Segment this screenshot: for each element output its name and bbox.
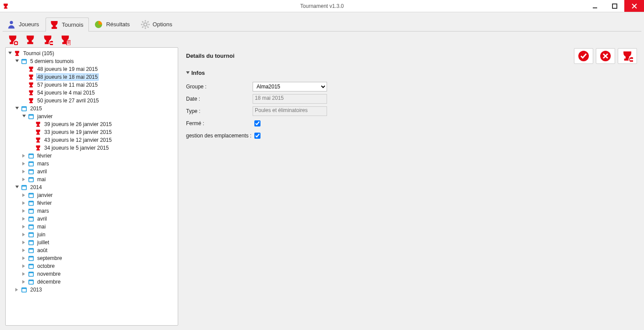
trophy-icon	[28, 74, 35, 80]
caret-down-icon[interactable]	[21, 114, 27, 119]
tree-node[interactable]: avril	[7, 215, 177, 223]
caret-none	[28, 122, 34, 127]
tree-node[interactable]: 2013	[7, 286, 177, 294]
group-select[interactable]: Alma2015	[253, 82, 327, 91]
tree-node[interactable]: mars	[7, 160, 177, 168]
tree-node[interactable]: janvier	[7, 112, 177, 120]
tournament-tree[interactable]: Tournoi (105)5 derniers tournois48 joueu…	[5, 47, 178, 326]
tournament-toolbar	[3, 32, 641, 47]
detail-header: Details du tournoi	[186, 53, 637, 59]
tree-node-label: février	[36, 200, 53, 206]
caret-down-icon[interactable]	[14, 185, 20, 190]
tab-players[interactable]: Joueurs	[3, 17, 45, 31]
tree-node[interactable]: 48 joueurs le 18 mai 2015	[7, 73, 177, 81]
tree-node[interactable]: janvier	[7, 191, 177, 199]
tree-node[interactable]: avril	[7, 168, 177, 176]
calendar-icon	[28, 224, 35, 230]
tree-node[interactable]: 48 joueurs le 19 mai 2015	[7, 65, 177, 73]
closed-checkbox[interactable]	[254, 120, 260, 126]
export-tournament-button[interactable]	[60, 34, 71, 46]
minimize-button[interactable]	[585, 0, 605, 12]
section-toggle-icon	[186, 70, 190, 76]
caret-right-icon[interactable]	[21, 232, 27, 237]
tree-node[interactable]: 54 joueurs le 4 mai 2015	[7, 89, 177, 97]
tree-node[interactable]: 2014	[7, 183, 177, 191]
caret-none	[21, 74, 27, 80]
caret-right-icon[interactable]	[21, 271, 27, 277]
caret-right-icon[interactable]	[14, 287, 20, 292]
remove-tournament-button[interactable]	[618, 48, 637, 64]
caret-none	[28, 130, 34, 135]
calendar-icon	[21, 58, 28, 64]
tab-tournaments[interactable]: Tournois	[46, 18, 89, 32]
confirm-button[interactable]	[574, 48, 593, 64]
tree-node-label: mars	[36, 208, 50, 214]
tree-node[interactable]: octobre	[7, 262, 177, 270]
tree-node[interactable]: 57 joueurs le 11 mai 2015	[7, 81, 177, 89]
slots-checkbox[interactable]	[254, 133, 260, 139]
caret-right-icon[interactable]	[21, 263, 27, 269]
tree-node[interactable]: mai	[7, 176, 177, 183]
tree-node[interactable]: juillet	[7, 239, 177, 246]
caret-down-icon[interactable]	[7, 51, 13, 56]
caret-right-icon[interactable]	[21, 169, 27, 174]
tree-node[interactable]: 43 joueurs le 12 janvier 2015	[7, 136, 177, 144]
caret-none	[21, 98, 27, 103]
caret-right-icon[interactable]	[21, 248, 27, 253]
tab-results[interactable]: Résultats	[90, 17, 135, 31]
tree-node-label: 2014	[29, 184, 43, 190]
caret-right-icon[interactable]	[21, 279, 27, 284]
caret-right-icon[interactable]	[21, 216, 27, 221]
maximize-button[interactable]	[605, 0, 624, 12]
svg-rect-6	[593, 7, 597, 8]
section-infos-header[interactable]: Infos	[186, 70, 637, 76]
label-emplacements: gestion des emplacements :	[183, 133, 253, 139]
tree-node-label: mars	[36, 161, 50, 167]
tree-node[interactable]: décembre	[7, 278, 177, 286]
caret-right-icon[interactable]	[21, 256, 27, 261]
tree-node[interactable]: mai	[7, 223, 177, 231]
caret-right-icon[interactable]	[21, 161, 27, 166]
caret-right-icon[interactable]	[21, 240, 27, 245]
close-button[interactable]	[624, 0, 644, 12]
tree-node[interactable]: août	[7, 246, 177, 254]
caret-right-icon[interactable]	[21, 193, 27, 198]
caret-right-icon[interactable]	[21, 177, 27, 182]
svg-line-17	[142, 26, 143, 28]
add-tournament-button[interactable]	[7, 34, 18, 46]
tree-node[interactable]: 33 joueurs le 19 janvier 2015	[7, 128, 177, 136]
calendar-icon	[28, 113, 35, 119]
tree-node-label: août	[36, 247, 48, 253]
tree-node-label: décembre	[36, 279, 61, 285]
tab-label: Options	[153, 21, 172, 28]
tree-node-label: 43 joueurs le 12 janvier 2015	[43, 137, 113, 143]
tree-node[interactable]: 5 derniers tournois	[7, 57, 177, 65]
tree-node[interactable]: juin	[7, 231, 177, 239]
caret-right-icon[interactable]	[21, 153, 27, 158]
tree-node[interactable]: février	[7, 152, 177, 160]
tree-node-label: 34 joueurs le 5 janvier 2015	[43, 145, 109, 151]
tree-node-label: 57 joueurs le 11 mai 2015	[36, 82, 99, 88]
calendar-icon	[21, 184, 28, 190]
tree-node[interactable]: 39 joueurs le 26 janvier 2015	[7, 120, 177, 128]
edit-tournament-button[interactable]	[25, 34, 36, 46]
tab-options[interactable]: Options	[137, 17, 178, 31]
caret-down-icon[interactable]	[14, 59, 20, 64]
tree-node[interactable]: novembre	[7, 270, 177, 278]
tree-node[interactable]: 50 joueurs le 27 avril 2015	[7, 97, 177, 105]
tree-node-label: septembre	[36, 255, 63, 261]
caret-right-icon[interactable]	[21, 208, 27, 214]
tree-node[interactable]: septembre	[7, 254, 177, 262]
cancel-button[interactable]	[596, 48, 615, 64]
svg-point-8	[10, 21, 13, 24]
caret-right-icon[interactable]	[21, 224, 27, 229]
tree-node[interactable]: 2015	[7, 105, 177, 112]
tree-node[interactable]: 34 joueurs le 5 janvier 2015	[7, 144, 177, 152]
tree-node-label: juillet	[36, 239, 50, 246]
caret-right-icon[interactable]	[21, 200, 27, 206]
tree-node[interactable]: février	[7, 199, 177, 207]
tree-node[interactable]: mars	[7, 207, 177, 215]
caret-down-icon[interactable]	[14, 106, 20, 111]
delete-tournament-button[interactable]	[42, 34, 53, 46]
tree-node[interactable]: Tournoi (105)	[7, 49, 177, 57]
